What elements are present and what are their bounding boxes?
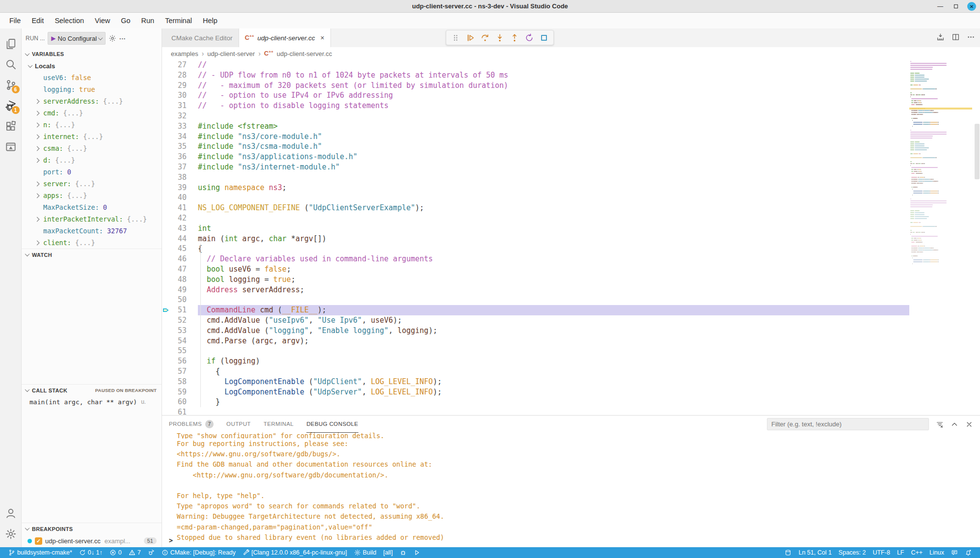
variables-section-header[interactable]: VARIABLES: [22, 48, 162, 60]
line-number[interactable]: 30: [170, 90, 187, 101]
panel-tab-output[interactable]: OUTPUT: [226, 416, 251, 433]
code-line[interactable]: 42: [162, 213, 980, 223]
close-icon[interactable]: [965, 420, 973, 428]
line-number[interactable]: 32: [170, 111, 187, 121]
debug-stop-button[interactable]: [538, 31, 550, 44]
variable-row[interactable]: logging:true: [22, 84, 162, 95]
editor-scrollbar-thumb[interactable]: [975, 124, 980, 179]
line-number[interactable]: 41: [170, 203, 187, 213]
menu-item-run[interactable]: Run: [136, 13, 160, 28]
variable-row[interactable]: apps:{...}: [22, 190, 162, 201]
line-number[interactable]: 58: [170, 377, 187, 387]
status-bar-item-kit[interactable]: [Clang 12.0.0 x86_64-pc-linux-gnu]: [239, 549, 351, 556]
line-number[interactable]: 36: [170, 152, 187, 162]
line-number[interactable]: 38: [170, 172, 187, 183]
code-line[interactable]: 36#include "ns3/applications-module.h": [162, 152, 980, 162]
code-line[interactable]: 47 bool useV6 = false;: [162, 264, 980, 275]
breakpoints-section-header[interactable]: BREAKPOINTS: [22, 523, 162, 534]
code-line[interactable]: 52 cmd.AddValue ("useIpv6", "Use Ipv6", …: [162, 315, 980, 326]
line-number[interactable]: 49: [170, 285, 187, 295]
status-bar-item-remote[interactable]: [781, 549, 795, 556]
code-line[interactable]: 43int: [162, 223, 980, 234]
line-number[interactable]: 59: [170, 387, 187, 397]
code-line[interactable]: 50: [162, 295, 980, 305]
line-number[interactable]: 29: [170, 81, 187, 91]
status-bar-item-sync[interactable]: 0↓ 1↑: [76, 549, 106, 556]
menu-item-terminal[interactable]: Terminal: [160, 13, 197, 28]
menu-item-edit[interactable]: Edit: [26, 13, 49, 28]
call-stack-section-header[interactable]: CALL STACK PAUSED ON BREAKPOINT: [22, 384, 162, 396]
status-bar-item-debug-target[interactable]: [396, 549, 410, 556]
code-line[interactable]: 39using namespace ns3;: [162, 183, 980, 193]
code-line[interactable]: 58 LogComponentEnable ("UdpClient", LOG_…: [162, 377, 980, 387]
line-number[interactable]: 51: [170, 305, 187, 315]
console-filter-input[interactable]: [767, 418, 929, 430]
code-line[interactable]: 61: [162, 407, 980, 415]
status-bar-item-target[interactable]: [all]: [380, 549, 396, 556]
call-stack-frame[interactable]: main(int argc, char ** argv)u.: [22, 396, 162, 408]
gear-icon[interactable]: [109, 34, 116, 42]
variable-row[interactable]: maxPacketCount:32767: [22, 225, 162, 237]
code-line[interactable]: 28// - UDP flow from n0 to n1 of 1024 by…: [162, 70, 980, 81]
status-bar-item-eol[interactable]: LF: [894, 549, 908, 556]
code-line[interactable]: 53 cmd.AddValue ("logging", "Enable logg…: [162, 326, 980, 336]
line-number[interactable]: 53: [170, 326, 187, 336]
code-line[interactable]: 54 cmd.Parse (argc, argv);: [162, 336, 980, 346]
console-prompt[interactable]: >: [169, 536, 173, 544]
code-line[interactable]: 57 {: [162, 366, 980, 377]
code-line[interactable]: 34#include "ns3/core-module.h": [162, 132, 980, 142]
status-bar-item-os[interactable]: Linux: [926, 549, 948, 556]
line-number[interactable]: 28: [170, 70, 187, 81]
variable-row[interactable]: n:{...}: [22, 119, 162, 131]
status-bar-item-launch-target[interactable]: [410, 549, 424, 556]
line-number[interactable]: 48: [170, 275, 187, 285]
start-debug-icon[interactable]: ▶: [51, 35, 55, 42]
variable-row[interactable]: csma:{...}: [22, 142, 162, 154]
panel-tab-problems[interactable]: PROBLEMS7: [169, 416, 214, 433]
code-line[interactable]: 51 CommandLine cmd (__FILE__);: [162, 305, 980, 315]
line-number[interactable]: 60: [170, 397, 187, 407]
activity-bar-item-run-and-debug[interactable]: 1: [1, 95, 21, 116]
menu-item-selection[interactable]: Selection: [49, 13, 89, 28]
activity-bar-item-cmake[interactable]: [1, 137, 21, 157]
code-line[interactable]: 31// - option to disable logging stateme…: [162, 101, 980, 111]
status-bar-item-language[interactable]: C++: [907, 549, 926, 556]
activity-bar-item-accounts[interactable]: [1, 503, 21, 524]
menu-item-go[interactable]: Go: [115, 13, 136, 28]
variable-row[interactable]: d:{...}: [22, 154, 162, 166]
breadcrumb-item[interactable]: examples: [171, 50, 198, 57]
line-number[interactable]: 37: [170, 162, 187, 172]
line-number[interactable]: 42: [170, 213, 187, 223]
debug-step-out-button[interactable]: [508, 31, 521, 44]
code-line[interactable]: 33#include <fstream>: [162, 121, 980, 132]
line-number[interactable]: 52: [170, 315, 187, 326]
variable-row[interactable]: server:{...}: [22, 178, 162, 190]
line-number[interactable]: 54: [170, 336, 187, 346]
tab-udp-client-server-cc[interactable]: C++udp-client-server.cc×: [239, 28, 331, 47]
variable-row[interactable]: internet:{...}: [22, 131, 162, 142]
watch-section-header[interactable]: WATCH: [22, 249, 162, 260]
menu-item-help[interactable]: Help: [197, 13, 223, 28]
code-line[interactable]: 37#include "ns3/internet-module.h": [162, 162, 980, 172]
status-bar-item-indentation[interactable]: Spaces: 2: [835, 549, 870, 556]
line-number[interactable]: 27: [170, 60, 187, 70]
code-line[interactable]: 59 LogComponentEnable ("UdpServer", LOG_…: [162, 387, 980, 397]
code-line[interactable]: 55: [162, 346, 980, 356]
variable-row[interactable]: port:0: [22, 166, 162, 178]
line-number[interactable]: 61: [170, 407, 187, 415]
editor-action-more-actions[interactable]: [967, 33, 975, 43]
variable-row[interactable]: serverAddress:{...}: [22, 95, 162, 107]
code-editor[interactable]: 27//28// - UDP flow from n0 to n1 of 102…: [162, 60, 980, 415]
debug-step-into-button[interactable]: [493, 31, 506, 44]
breadcrumb-item[interactable]: udp-client-server.cc: [277, 50, 332, 57]
more-actions-icon[interactable]: ···: [119, 35, 126, 42]
code-line[interactable]: 30// - option to use IPv4 or IPv6 addres…: [162, 90, 980, 101]
code-line[interactable]: 49 Address serverAddress;: [162, 285, 980, 295]
breadcrumb-item[interactable]: udp-client-server: [207, 50, 255, 57]
code-line[interactable]: 48 bool logging = true;: [162, 275, 980, 285]
line-number[interactable]: 47: [170, 264, 187, 275]
chevron-up-icon[interactable]: [951, 420, 958, 428]
status-bar-item-build[interactable]: Build: [351, 549, 380, 556]
line-number[interactable]: 50: [170, 295, 187, 305]
line-number[interactable]: 34: [170, 132, 187, 142]
